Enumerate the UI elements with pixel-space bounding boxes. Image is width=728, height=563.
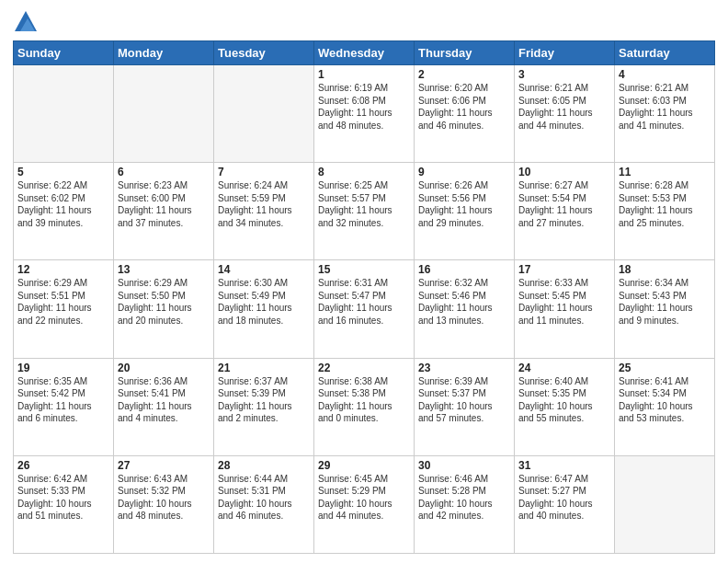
calendar-week-3: 19Sunrise: 6:35 AM Sunset: 5:42 PM Dayli… [14, 358, 715, 455]
day-info: Sunrise: 6:29 AM Sunset: 5:50 PM Dayligh… [118, 277, 210, 327]
day-info: Sunrise: 6:28 AM Sunset: 5:53 PM Dayligh… [619, 179, 711, 229]
day-info: Sunrise: 6:30 AM Sunset: 5:49 PM Dayligh… [218, 277, 310, 327]
calendar-cell: 9Sunrise: 6:26 AM Sunset: 5:56 PM Daylig… [415, 163, 515, 260]
day-info: Sunrise: 6:21 AM Sunset: 6:05 PM Dayligh… [518, 82, 610, 132]
calendar-cell: 15Sunrise: 6:31 AM Sunset: 5:47 PM Dayli… [314, 260, 415, 358]
calendar-cell: 27Sunrise: 6:43 AM Sunset: 5:32 PM Dayli… [114, 455, 214, 553]
calendar-cell [114, 65, 214, 163]
calendar-header-wednesday: Wednesday [314, 41, 415, 65]
day-number: 21 [218, 362, 310, 374]
day-number: 17 [518, 263, 610, 276]
day-number: 2 [418, 68, 510, 81]
day-number: 29 [318, 459, 410, 472]
day-info: Sunrise: 6:24 AM Sunset: 5:59 PM Dayligh… [218, 179, 310, 229]
calendar-cell: 18Sunrise: 6:34 AM Sunset: 5:43 PM Dayli… [615, 260, 715, 358]
calendar-cell: 29Sunrise: 6:45 AM Sunset: 5:29 PM Dayli… [314, 455, 415, 553]
day-info: Sunrise: 6:33 AM Sunset: 5:45 PM Dayligh… [518, 277, 610, 327]
calendar-cell: 12Sunrise: 6:29 AM Sunset: 5:51 PM Dayli… [14, 260, 114, 358]
calendar-cell: 21Sunrise: 6:37 AM Sunset: 5:39 PM Dayli… [214, 358, 314, 455]
calendar-header-monday: Monday [114, 41, 214, 65]
day-info: Sunrise: 6:23 AM Sunset: 6:00 PM Dayligh… [118, 179, 210, 229]
day-number: 23 [418, 362, 510, 374]
day-info: Sunrise: 6:45 AM Sunset: 5:29 PM Dayligh… [318, 473, 410, 523]
day-info: Sunrise: 6:35 AM Sunset: 5:42 PM Dayligh… [17, 375, 109, 425]
logo-icon [15, 11, 37, 31]
calendar-cell: 19Sunrise: 6:35 AM Sunset: 5:42 PM Dayli… [14, 358, 114, 455]
calendar-cell: 17Sunrise: 6:33 AM Sunset: 5:45 PM Dayli… [515, 260, 615, 358]
day-info: Sunrise: 6:20 AM Sunset: 6:06 PM Dayligh… [418, 82, 510, 132]
calendar-header-sunday: Sunday [14, 41, 114, 65]
day-number: 25 [619, 362, 711, 374]
day-number: 27 [118, 459, 210, 472]
day-number: 30 [418, 459, 510, 472]
calendar-header-saturday: Saturday [615, 41, 715, 65]
calendar-cell: 26Sunrise: 6:42 AM Sunset: 5:33 PM Dayli… [14, 455, 114, 553]
day-number: 15 [318, 263, 410, 276]
calendar-cell: 11Sunrise: 6:28 AM Sunset: 5:53 PM Dayli… [615, 163, 715, 260]
day-number: 13 [118, 263, 210, 276]
day-number: 9 [418, 166, 510, 178]
day-number: 22 [318, 362, 410, 374]
day-info: Sunrise: 6:46 AM Sunset: 5:28 PM Dayligh… [418, 473, 510, 523]
day-number: 5 [17, 166, 109, 178]
calendar-cell: 2Sunrise: 6:20 AM Sunset: 6:06 PM Daylig… [415, 65, 515, 163]
calendar-cell: 1Sunrise: 6:19 AM Sunset: 6:08 PM Daylig… [314, 65, 415, 163]
day-info: Sunrise: 6:37 AM Sunset: 5:39 PM Dayligh… [218, 375, 310, 425]
header [13, 9, 715, 35]
calendar-cell: 13Sunrise: 6:29 AM Sunset: 5:50 PM Dayli… [114, 260, 214, 358]
page: SundayMondayTuesdayWednesdayThursdayFrid… [0, 0, 728, 563]
calendar-cell [615, 455, 715, 553]
day-number: 19 [17, 362, 109, 374]
calendar-cell: 31Sunrise: 6:47 AM Sunset: 5:27 PM Dayli… [515, 455, 615, 553]
day-info: Sunrise: 6:27 AM Sunset: 5:54 PM Dayligh… [518, 179, 610, 229]
calendar-cell: 14Sunrise: 6:30 AM Sunset: 5:49 PM Dayli… [214, 260, 314, 358]
calendar-cell: 5Sunrise: 6:22 AM Sunset: 6:02 PM Daylig… [14, 163, 114, 260]
day-number: 7 [218, 166, 310, 178]
day-info: Sunrise: 6:41 AM Sunset: 5:34 PM Dayligh… [619, 375, 711, 425]
calendar-cell: 23Sunrise: 6:39 AM Sunset: 5:37 PM Dayli… [415, 358, 515, 455]
calendar-cell: 20Sunrise: 6:36 AM Sunset: 5:41 PM Dayli… [114, 358, 214, 455]
day-number: 24 [518, 362, 610, 374]
calendar-cell: 4Sunrise: 6:21 AM Sunset: 6:03 PM Daylig… [615, 65, 715, 163]
day-number: 12 [17, 263, 109, 276]
calendar-cell: 10Sunrise: 6:27 AM Sunset: 5:54 PM Dayli… [515, 163, 615, 260]
calendar-header-thursday: Thursday [415, 41, 515, 65]
calendar-header-friday: Friday [515, 41, 615, 65]
calendar-week-2: 12Sunrise: 6:29 AM Sunset: 5:51 PM Dayli… [14, 260, 715, 358]
day-number: 3 [518, 68, 610, 81]
day-info: Sunrise: 6:19 AM Sunset: 6:08 PM Dayligh… [318, 82, 410, 132]
day-info: Sunrise: 6:44 AM Sunset: 5:31 PM Dayligh… [218, 473, 310, 523]
calendar-cell: 25Sunrise: 6:41 AM Sunset: 5:34 PM Dayli… [615, 358, 715, 455]
calendar-cell [14, 65, 114, 163]
day-number: 10 [518, 166, 610, 178]
day-info: Sunrise: 6:43 AM Sunset: 5:32 PM Dayligh… [118, 473, 210, 523]
day-info: Sunrise: 6:40 AM Sunset: 5:35 PM Dayligh… [518, 375, 610, 425]
day-info: Sunrise: 6:22 AM Sunset: 6:02 PM Dayligh… [17, 179, 109, 229]
day-number: 4 [619, 68, 711, 81]
day-number: 28 [218, 459, 310, 472]
day-number: 20 [118, 362, 210, 374]
calendar-cell: 22Sunrise: 6:38 AM Sunset: 5:38 PM Dayli… [314, 358, 415, 455]
calendar-header-tuesday: Tuesday [214, 41, 314, 65]
calendar-table: SundayMondayTuesdayWednesdayThursdayFrid… [13, 40, 715, 554]
calendar-cell: 28Sunrise: 6:44 AM Sunset: 5:31 PM Dayli… [214, 455, 314, 553]
calendar-cell: 16Sunrise: 6:32 AM Sunset: 5:46 PM Dayli… [415, 260, 515, 358]
day-info: Sunrise: 6:36 AM Sunset: 5:41 PM Dayligh… [118, 375, 210, 425]
day-info: Sunrise: 6:34 AM Sunset: 5:43 PM Dayligh… [619, 277, 711, 327]
calendar-cell: 24Sunrise: 6:40 AM Sunset: 5:35 PM Dayli… [515, 358, 615, 455]
day-info: Sunrise: 6:25 AM Sunset: 5:57 PM Dayligh… [318, 179, 410, 229]
calendar-cell [214, 65, 314, 163]
day-info: Sunrise: 6:38 AM Sunset: 5:38 PM Dayligh… [318, 375, 410, 425]
day-number: 6 [118, 166, 210, 178]
day-info: Sunrise: 6:29 AM Sunset: 5:51 PM Dayligh… [17, 277, 109, 327]
day-info: Sunrise: 6:26 AM Sunset: 5:56 PM Dayligh… [418, 179, 510, 229]
calendar-header-row: SundayMondayTuesdayWednesdayThursdayFrid… [14, 41, 715, 65]
calendar-cell: 6Sunrise: 6:23 AM Sunset: 6:00 PM Daylig… [114, 163, 214, 260]
day-info: Sunrise: 6:39 AM Sunset: 5:37 PM Dayligh… [418, 375, 510, 425]
day-number: 26 [17, 459, 109, 472]
day-info: Sunrise: 6:21 AM Sunset: 6:03 PM Dayligh… [619, 82, 711, 132]
calendar-week-0: 1Sunrise: 6:19 AM Sunset: 6:08 PM Daylig… [14, 65, 715, 163]
calendar-cell: 30Sunrise: 6:46 AM Sunset: 5:28 PM Dayli… [415, 455, 515, 553]
day-info: Sunrise: 6:42 AM Sunset: 5:33 PM Dayligh… [17, 473, 109, 523]
day-number: 14 [218, 263, 310, 276]
